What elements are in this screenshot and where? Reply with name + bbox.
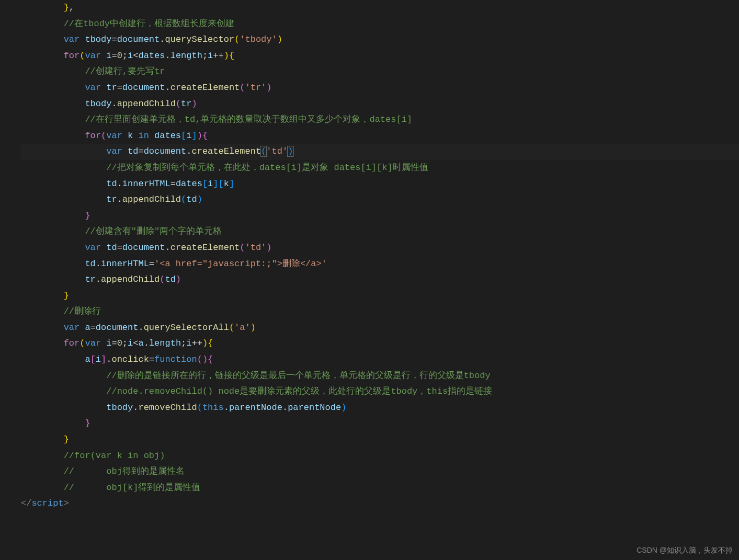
code-token: = [149, 355, 154, 364]
code-line[interactable]: var td=document.createElement('td') [21, 144, 739, 160]
code-token: td [85, 259, 95, 269]
code-line[interactable]: var tbody=document.querySelector('tbody'… [21, 32, 739, 48]
code-line[interactable]: var td=document.createElement('td') [21, 240, 739, 256]
code-token: in [138, 131, 149, 141]
code-line[interactable]: //把对象复制到每个单元格，在此处，dates[i]是对象 dates[i][k… [21, 160, 739, 176]
indent [21, 19, 64, 29]
code-token: onclick [111, 355, 149, 364]
code-token: var [85, 338, 101, 348]
code-token: document [122, 83, 165, 93]
code-token: > [64, 498, 69, 508]
code-token: , [69, 3, 74, 13]
code-token [101, 338, 106, 348]
code-line[interactable]: } [21, 288, 739, 304]
code-token: //创建含有"删除"两个字的单元格 [85, 226, 222, 236]
code-token: { [208, 338, 213, 348]
code-token: createElement [170, 243, 240, 253]
code-line[interactable]: //删除的是链接所在的行，链接的父级是最后一个单元格，单元格的父级是行，行的父级… [21, 368, 739, 384]
code-token: ++ [213, 51, 223, 61]
code-line[interactable]: td.innerHTML='<a href="javascript:;">删除<… [21, 256, 739, 272]
code-line[interactable]: } [21, 416, 739, 432]
code-token: td [165, 275, 175, 284]
code-token: a [85, 355, 90, 364]
code-token: i [128, 338, 133, 348]
code-token [149, 131, 154, 141]
code-token: ( [160, 275, 165, 284]
code-token: createElement [170, 83, 240, 93]
code-line[interactable]: for(var i=0;i<a.length;i++){ [21, 336, 739, 352]
code-token: document [117, 35, 160, 44]
code-editor[interactable]: }, //在tbody中创建行，根据数组长度来创建 var tbody=docu… [0, 0, 739, 512]
code-line[interactable]: var a=document.querySelectorAll('a') [21, 320, 739, 336]
code-token: //删除的是链接所在的行，链接的父级是最后一个单元格，单元格的父级是行，行的父级… [106, 371, 490, 381]
code-line[interactable]: //在tbody中创建行，根据数组长度来创建 [21, 16, 739, 32]
code-token: < [133, 338, 138, 348]
code-line[interactable]: // obj得到的是属性名 [21, 464, 739, 480]
code-token: a [85, 323, 90, 333]
code-line[interactable]: tr.appendChild(td) [21, 192, 739, 208]
indent [21, 243, 85, 253]
code-token: [ [219, 179, 224, 189]
code-token: td [106, 179, 117, 189]
code-token: document [122, 243, 165, 253]
code-line[interactable]: a[i].onclick=function(){ [21, 352, 739, 368]
indent [21, 483, 64, 493]
code-token: [ [90, 355, 96, 364]
code-line[interactable]: // obj[k]得到的是属性值 [21, 480, 739, 496]
code-line[interactable]: //创建行,要先写tr [21, 64, 739, 80]
indent [21, 355, 85, 364]
code-line[interactable]: for(var k in dates[i]){ [21, 128, 739, 144]
code-line[interactable]: tbody.removeChild(this.parentNode.parent… [21, 400, 739, 416]
code-token: i [186, 131, 191, 141]
code-token: ] [191, 131, 197, 141]
code-token: var [106, 146, 122, 156]
code-token: ] [213, 179, 218, 189]
code-token: //在tbody中创建行，根据数组长度来创建 [64, 19, 234, 29]
code-token: . [224, 403, 229, 413]
code-token: 'tr' [245, 83, 267, 93]
code-token: dates [154, 131, 181, 141]
code-line[interactable]: //node.removeChild() node是要删除元素的父级，此处行的父… [21, 384, 739, 400]
code-line[interactable]: td.innerHTML=dates[i][k] [21, 176, 739, 192]
code-line[interactable]: </script> [21, 496, 739, 512]
code-token: 'td' [245, 243, 267, 253]
indent [21, 306, 64, 316]
code-token [79, 35, 85, 44]
indent [21, 83, 85, 93]
indent [21, 338, 64, 348]
code-line[interactable]: //在行里面创建单元格，td,单元格的数量取决于数组中又多少个对象，dates[… [21, 112, 739, 128]
code-token: ) [176, 275, 181, 284]
indent [21, 195, 106, 204]
code-token: // obj得到的是属性名 [64, 466, 185, 476]
code-token: td [186, 195, 197, 204]
code-token: [ [181, 131, 186, 141]
code-token: . [165, 243, 170, 253]
code-line[interactable]: }, [21, 0, 739, 16]
code-token: ; [122, 51, 128, 61]
code-token: //创建行,要先写tr [85, 66, 165, 76]
code-token: tr [85, 275, 95, 284]
code-line[interactable]: tbody.appendChild(tr) [21, 96, 739, 112]
code-token: . [117, 179, 122, 189]
code-line[interactable]: for(var i=0;i<dates.length;i++){ [21, 48, 739, 64]
code-line[interactable]: var tr=document.createElement('tr') [21, 80, 739, 96]
code-line[interactable]: tr.appendChild(td) [21, 272, 739, 288]
code-line[interactable]: } [21, 432, 739, 448]
code-token: length [170, 51, 202, 61]
code-token: ( [240, 243, 245, 253]
indent [21, 226, 85, 236]
code-line[interactable]: //创建含有"删除"两个字的单元格 [21, 224, 739, 240]
code-token: tbody [106, 403, 133, 413]
code-line[interactable]: //for(var k in obj) [21, 448, 739, 464]
code-token [122, 146, 128, 156]
indent [21, 115, 85, 124]
code-token: this [202, 403, 224, 413]
code-token: = [138, 146, 143, 156]
indent [21, 259, 85, 269]
code-token: //把对象复制到每个单元格，在此处，dates[i]是对象 dates[i][k… [106, 163, 428, 173]
code-line[interactable]: //删除行 [21, 304, 739, 320]
code-line[interactable]: } [21, 208, 739, 224]
code-token: } [85, 418, 90, 428]
code-token: . [96, 275, 101, 284]
code-token: ) [202, 355, 208, 364]
